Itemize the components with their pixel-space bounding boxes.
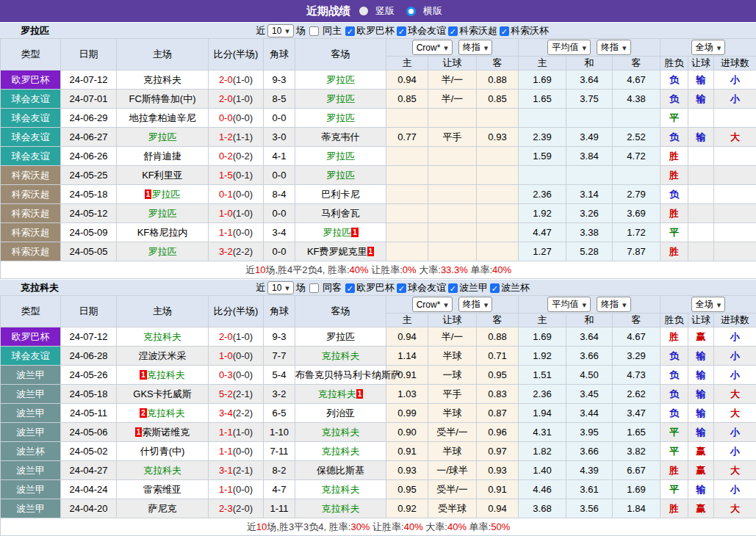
- league-checkbox-3[interactable]: [448, 26, 458, 36]
- summary-text: 10: [255, 264, 265, 275]
- odds-company-value: Crow*: [417, 300, 441, 310]
- result-handicap: 输: [688, 404, 714, 423]
- chevron-down-icon: [717, 300, 721, 310]
- same-venue-checkbox[interactable]: [309, 283, 319, 293]
- avg-stage-select[interactable]: 终指: [597, 297, 631, 312]
- result-goals: 小: [714, 423, 756, 442]
- league-checkbox-2[interactable]: [397, 283, 406, 293]
- odds-away: 0.93: [477, 128, 519, 147]
- league-label-4[interactable]: 波兰杯: [501, 281, 530, 294]
- chevron-down-icon: [582, 43, 586, 53]
- result-winloss: 胜: [660, 166, 688, 185]
- same-venue-label[interactable]: 同客: [323, 281, 342, 294]
- away-team: 蒂克韦什: [295, 128, 386, 147]
- match-count-select[interactable]: 10: [267, 24, 294, 37]
- odds-stage-select[interactable]: 终指: [458, 297, 493, 312]
- corner-score: 8-2: [264, 461, 295, 480]
- summary-text: 让胜率:: [369, 264, 403, 275]
- scope-select[interactable]: 全场: [691, 297, 726, 312]
- result-winloss: 胜: [660, 461, 688, 480]
- section-header: 克拉科夫 近 10 场 同客 欧罗巴杯 球会友谊 波兰甲 波兰杯: [0, 279, 756, 295]
- league-badge: 波兰甲: [1, 423, 61, 442]
- match-score: 1-1(0-0): [209, 442, 264, 461]
- horizontal-layout-radio[interactable]: [406, 7, 416, 16]
- avg-stage-select[interactable]: 终指: [597, 40, 631, 55]
- vertical-layout-label[interactable]: 竖版: [375, 4, 395, 18]
- odds-company-select[interactable]: Crow*: [412, 40, 453, 55]
- odds-company-select[interactable]: Crow*: [412, 297, 453, 312]
- result-winloss: 负: [660, 128, 688, 147]
- fulltime-score: 1-0: [219, 350, 233, 361]
- away-team: 克拉科夫1: [295, 385, 386, 404]
- summary-text: 10: [256, 521, 267, 532]
- chevron-down-icon: [717, 43, 721, 53]
- league-label-4[interactable]: 科索沃杯: [511, 24, 549, 37]
- result-handicap: 输: [688, 366, 714, 385]
- league-checkbox-4[interactable]: [500, 26, 509, 36]
- games-label: 场: [296, 24, 306, 37]
- col-corner: 角球: [264, 296, 295, 327]
- avg-away: 3.29: [613, 347, 660, 366]
- avg-home: 2.36: [519, 185, 566, 204]
- scope-select[interactable]: 全场: [691, 40, 726, 55]
- halftime-score: (0-0): [233, 446, 253, 457]
- match-row: 科索沃超24-05-12罗拉匹1-0(1-0)0-0马利舍瓦1.923.263.…: [1, 204, 756, 223]
- league-label-1[interactable]: 欧罗巴杯: [356, 281, 395, 294]
- home-team: 涅波沃米采: [117, 347, 209, 366]
- league-label-2[interactable]: 球会友谊: [408, 24, 446, 37]
- home-team: 1克拉科夫: [117, 366, 209, 385]
- odds-company-value: Crow*: [417, 43, 441, 53]
- home-team: 克拉科夫: [117, 70, 209, 90]
- halftime-score: (1-0): [233, 74, 253, 85]
- col-type: 类型: [1, 296, 61, 327]
- league-label-2[interactable]: 球会友谊: [408, 281, 446, 294]
- result-goals: 小: [714, 347, 756, 366]
- league-checkbox-1[interactable]: [345, 283, 355, 293]
- avg-home: 1.27: [519, 242, 566, 261]
- result-goals: 大: [714, 461, 756, 480]
- league-checkbox-3[interactable]: [448, 283, 458, 293]
- avg-draw: 3.75: [566, 90, 613, 109]
- league-checkbox-4[interactable]: [490, 283, 500, 293]
- league-checkbox-1[interactable]: [345, 26, 355, 36]
- avg-draw: 3.49: [566, 128, 613, 147]
- result-winloss: 胜: [660, 499, 688, 518]
- league-checkbox-2[interactable]: [397, 26, 406, 36]
- home-team-name: 什切青(中): [140, 446, 185, 457]
- same-venue-label[interactable]: 同主: [323, 24, 342, 37]
- league-badge: 球会友谊: [1, 128, 61, 147]
- match-date: 24-04-24: [61, 480, 117, 499]
- match-row: 科索沃超24-05-181罗拉匹0-1(0-0)8-4巴利卡尼2.363.142…: [1, 185, 756, 204]
- match-row: 波兰甲24-05-061索斯诺维克1-1(1-0)1-10克拉科夫0.90受半/…: [1, 423, 756, 442]
- avg-source-select[interactable]: 平均值: [547, 297, 591, 312]
- league-label-1[interactable]: 欧罗巴杯: [356, 24, 395, 37]
- same-venue-checkbox[interactable]: [309, 26, 319, 36]
- chevron-down-icon: [622, 43, 627, 53]
- odds-handicap: 受半/一: [428, 423, 477, 442]
- league-label-3[interactable]: 科索沃超: [459, 24, 497, 37]
- halftime-score: (1-0): [233, 331, 253, 342]
- avg-source-select[interactable]: 平均值: [547, 40, 591, 55]
- result-goals: 小: [714, 327, 756, 347]
- odds-away: 0.96: [477, 423, 519, 442]
- result-winloss: 负: [660, 366, 688, 385]
- avg-home: 4.47: [519, 223, 566, 242]
- away-team-name: 克拉科夫: [322, 350, 360, 361]
- col-result-winloss: 胜负: [660, 57, 688, 70]
- fulltime-score: 1-1: [219, 427, 233, 438]
- fulltime-score: 0-3: [219, 369, 233, 380]
- odds-handicap: 半/一: [428, 70, 477, 90]
- chevron-down-icon: [582, 300, 586, 310]
- avg-away: 4.72: [613, 147, 660, 166]
- odds-stage-select[interactable]: 终指: [458, 40, 493, 55]
- match-date: 24-05-26: [61, 366, 117, 385]
- odds-away: 0.85: [477, 90, 519, 109]
- summary-text: 40%: [492, 264, 511, 275]
- match-count-select[interactable]: 10: [267, 281, 294, 294]
- horizontal-layout-label[interactable]: 横版: [423, 4, 442, 18]
- league-label-3[interactable]: 波兰甲: [459, 281, 488, 294]
- league-badge: 科索沃超: [1, 223, 61, 242]
- avg-home: 1.40: [519, 461, 566, 480]
- vertical-layout-radio[interactable]: [359, 7, 368, 15]
- halftime-score: (2-0): [233, 503, 253, 514]
